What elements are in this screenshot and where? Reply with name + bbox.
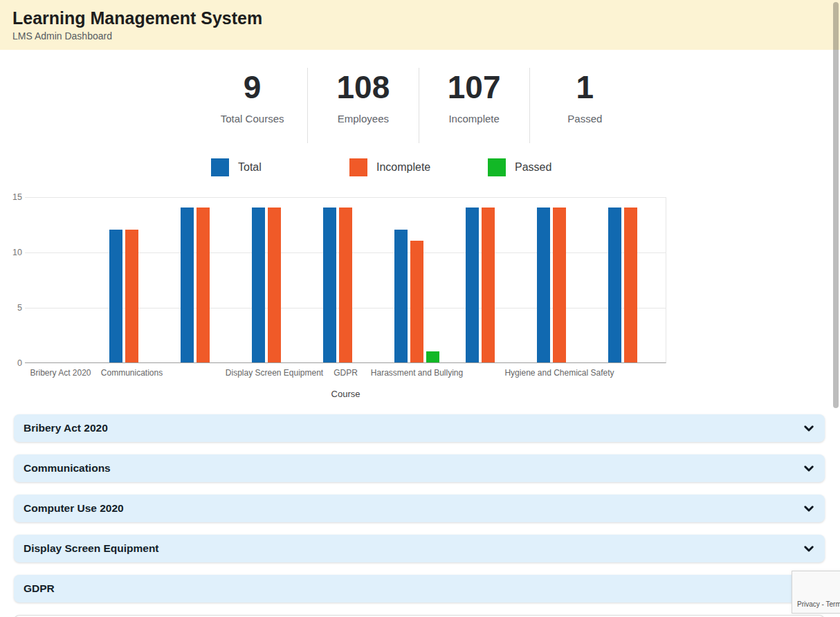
y-tick-label: 5 [17, 303, 22, 313]
legend-item-incomplete: Incomplete [349, 158, 430, 176]
accordion-item-display-screen-equipment[interactable]: Display Screen Equipment [14, 535, 825, 562]
bar-total-7 [537, 208, 551, 362]
page-subtitle: LMS Admin Dashboard [12, 30, 840, 42]
bar-total-6 [466, 208, 480, 362]
accordion-item-bribery-act-2020[interactable]: Bribery Act 2020 [14, 414, 825, 442]
bar-incomplete-5 [410, 241, 424, 362]
legend-item-passed: Passed [488, 158, 551, 176]
x-tick-label: GDPR [334, 368, 358, 378]
accordion-title: Communications [24, 462, 111, 475]
bar-incomplete-3 [268, 208, 282, 362]
accordion-title: Display Screen Equipment [24, 542, 159, 555]
accordion-title: GDPR [24, 582, 55, 595]
gridline [25, 197, 666, 198]
recaptcha-privacy-terms[interactable]: Privacy - Terms [797, 600, 840, 608]
bar-total-1 [109, 230, 123, 362]
stats-row: 9 Total Courses 108 Employees 107 Incomp… [197, 68, 640, 143]
chart-plot [25, 197, 666, 363]
bar-total-4 [323, 208, 337, 362]
page-title: Learning Management System [12, 8, 840, 28]
bar-incomplete-1 [125, 230, 139, 362]
y-tick-label: 15 [12, 192, 22, 202]
x-tick-label: Bribery Act 2020 [30, 368, 91, 378]
y-tick-label: 0 [17, 358, 22, 368]
app-header: Learning Management System LMS Admin Das… [0, 0, 840, 50]
legend-swatch-incomplete [349, 158, 367, 176]
x-tick-label: Hygiene and Chemical Safety [504, 368, 614, 378]
x-tick-label: Harassment and Bullying [371, 368, 463, 378]
accordion-title: Bribery Act 2020 [24, 422, 108, 434]
stat-incomplete: 107 Incomplete [419, 68, 529, 143]
stat-passed: 1 Passed [529, 68, 640, 143]
bar-incomplete-4 [339, 208, 353, 362]
legend-swatch-passed [488, 158, 506, 176]
stat-label: Total Courses [197, 113, 307, 125]
accordion-item-communications[interactable]: Communications [14, 454, 825, 482]
recaptcha-badge[interactable]: Privacy - Terms [792, 571, 840, 614]
accordion-item-computer-use-2020[interactable]: Computer Use 2020 [14, 495, 825, 522]
legend-label: Incomplete [376, 161, 430, 174]
bar-incomplete-2 [197, 208, 210, 362]
legend-label: Total [238, 161, 262, 174]
x-tick-label: Communications [101, 368, 163, 378]
chevron-down-icon [803, 462, 815, 475]
bar-incomplete-8 [624, 208, 638, 362]
chart-x-axis: Bribery Act 2020CommunicationsDisplay Sc… [25, 368, 666, 379]
chevron-down-icon [803, 422, 815, 434]
bar-total-3 [252, 208, 266, 362]
stat-value: 9 [197, 69, 307, 106]
bar-passed-5 [426, 351, 440, 362]
stat-total-courses: 9 Total Courses [197, 68, 307, 143]
stat-value: 1 [530, 69, 640, 106]
x-tick-label: Display Screen Equipment [226, 368, 323, 378]
chevron-down-icon [803, 542, 815, 555]
stat-employees: 108 Employees [307, 68, 418, 143]
stat-label: Employees [308, 113, 418, 125]
courses-bar-chart: 051015 Bribery Act 2020CommunicationsDis… [0, 187, 692, 408]
accordion-item-gdpr[interactable]: GDPR [14, 575, 825, 602]
stat-label: Incomplete [419, 113, 529, 125]
chart-y-axis: 051015 [0, 197, 22, 363]
bar-total-5 [394, 230, 408, 362]
legend-swatch-total [211, 158, 229, 176]
legend-label: Passed [515, 161, 551, 174]
stat-value: 107 [419, 69, 529, 106]
lms-dashboard-screen: Learning Management System LMS Admin Das… [0, 0, 840, 617]
y-tick-label: 10 [12, 248, 22, 257]
bar-incomplete-7 [553, 208, 567, 362]
bar-incomplete-6 [482, 208, 495, 362]
scrollbar-thumb[interactable] [833, 2, 839, 408]
bar-total-2 [181, 208, 194, 362]
bar-total-8 [608, 208, 622, 362]
legend-item-total: Total [211, 158, 262, 176]
chevron-down-icon [803, 502, 815, 515]
stat-label: Passed [530, 113, 640, 125]
chart-x-axis-title: Course [25, 389, 666, 399]
stat-value: 108 [308, 69, 418, 106]
accordion-title: Computer Use 2020 [24, 502, 124, 515]
